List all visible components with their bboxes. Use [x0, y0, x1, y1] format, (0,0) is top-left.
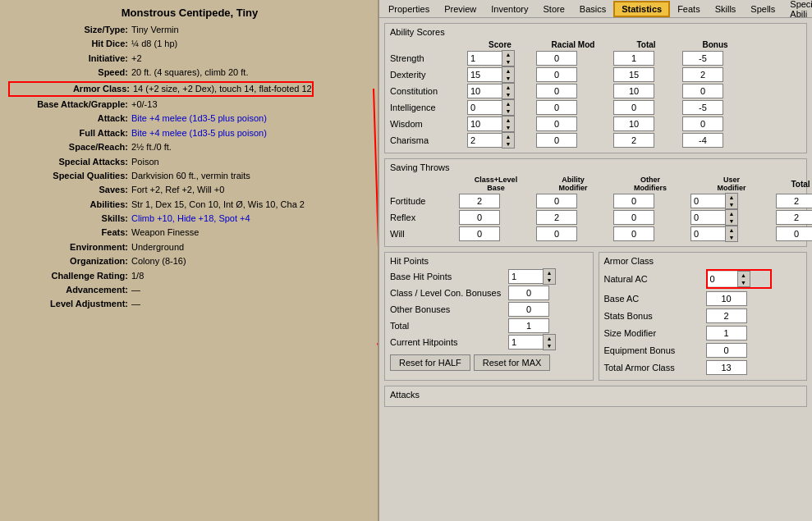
stat-label: Hit Dice:	[8, 38, 131, 50]
ability-score-up[interactable]: ▲	[502, 67, 514, 75]
ability-total-field: 1	[613, 51, 654, 66]
tab-preview[interactable]: Preview	[437, 1, 484, 17]
equipment-bonus-label: Equipment Bonus	[604, 345, 703, 355]
ability-score-down[interactable]: ▼	[502, 140, 514, 148]
natural-ac-input[interactable]	[708, 272, 737, 286]
stat-row: Special Attacks:Poison	[8, 156, 371, 168]
ability-score-up[interactable]: ▲	[502, 51, 514, 58]
reset-half-btn[interactable]: Reset for HALF	[390, 354, 470, 371]
save-user-up[interactable]: ▲	[726, 194, 737, 201]
current-hp-input[interactable]	[508, 335, 543, 350]
save-col-other: OtherModifiers	[613, 176, 687, 192]
ability-score-input[interactable]	[467, 100, 502, 115]
ability-score-down[interactable]: ▼	[502, 75, 514, 82]
ability-score-up[interactable]: ▲	[502, 117, 514, 124]
total-ac-label: Total Armor Class	[604, 363, 703, 372]
ability-score-input[interactable]	[467, 51, 502, 66]
right-content[interactable]: Ability Scores Score Racial Mod Total Bo…	[379, 18, 812, 521]
save-user-up[interactable]: ▲	[726, 210, 737, 217]
stat-value: Underground	[131, 241, 371, 254]
stat-label: Abilities:	[8, 199, 131, 211]
ability-total-field: 10	[613, 117, 654, 131]
save-user-input[interactable]	[690, 194, 725, 208]
tab-spells[interactable]: Spells	[743, 1, 782, 17]
stat-row: Level Adjustment:—	[8, 298, 371, 310]
tab-special-abilities[interactable]: Special Abili	[782, 1, 812, 17]
ability-score-spinner[interactable]: ▲▼	[467, 133, 516, 148]
ability-score-spinner[interactable]: ▲▼	[467, 117, 516, 131]
base-hp-up[interactable]: ▲	[544, 269, 555, 276]
right-panel: Properties Preview Inventory Store Basic…	[379, 0, 812, 521]
save-user-up[interactable]: ▲	[726, 226, 737, 234]
ability-score-input[interactable]	[467, 84, 502, 98]
stat-label: Advancement:	[8, 284, 131, 296]
tab-store[interactable]: Store	[536, 1, 572, 17]
ability-score-input[interactable]	[467, 133, 502, 148]
tab-basics[interactable]: Basics	[572, 1, 613, 17]
ability-score-up[interactable]: ▲	[502, 133, 514, 140]
attacks-section: Attacks	[384, 386, 807, 407]
ability-bonus-field: 0	[682, 117, 723, 131]
ability-score-up[interactable]: ▲	[502, 100, 514, 107]
ability-scores-section: Ability Scores Score Racial Mod Total Bo…	[384, 23, 807, 153]
ability-racial-field: 0	[536, 117, 577, 131]
ability-score-spinner[interactable]: ▲▼	[467, 100, 516, 115]
ability-racial-field: 0	[536, 100, 577, 115]
ability-score-spinner[interactable]: ▲▼	[467, 84, 516, 98]
ability-score-input[interactable]	[467, 117, 502, 131]
current-hp-up[interactable]: ▲	[544, 335, 555, 342]
base-hp-spinner[interactable]: ▲ ▼	[508, 269, 557, 284]
armor-class-title: Armor Class	[604, 256, 802, 266]
save-user-spinner[interactable]: ▲▼	[690, 226, 740, 241]
tab-statistics[interactable]: Statistics	[613, 1, 670, 17]
reset-max-btn[interactable]: Reset for MAX	[474, 354, 551, 371]
natural-ac-down[interactable]: ▼	[738, 279, 750, 286]
save-user-input[interactable]	[690, 210, 725, 225]
stat-label: Special Qualities:	[8, 170, 131, 182]
tab-inventory[interactable]: Inventory	[484, 1, 535, 17]
save-user-down[interactable]: ▼	[726, 201, 737, 208]
stat-row: Size/Type:Tiny Vermin	[8, 24, 371, 36]
tab-properties[interactable]: Properties	[381, 1, 437, 17]
ability-score-input[interactable]	[467, 67, 502, 82]
stat-label: Space/Reach:	[8, 141, 131, 153]
save-user-down[interactable]: ▼	[726, 217, 737, 225]
current-hp-down[interactable]: ▼	[544, 342, 555, 350]
ability-score-spinner[interactable]: ▲▼	[467, 51, 516, 66]
stat-row: Advancement:—	[8, 284, 371, 296]
base-hp-down[interactable]: ▼	[544, 276, 555, 284]
save-ability-field: 2	[536, 210, 577, 225]
stat-value: Darkvision 60 ft., vermin traits	[131, 170, 371, 182]
saving-grid: Class+LevelBase AbilityModifier OtherMod…	[390, 176, 801, 241]
save-user-spinner[interactable]: ▲▼	[690, 210, 740, 225]
save-row-label: Will	[390, 229, 456, 239]
current-hp-spinner[interactable]: ▲ ▼	[508, 335, 557, 350]
saving-throws-title: Saving Throws	[390, 162, 801, 172]
save-ability-field: 0	[536, 194, 577, 208]
ability-score-spinner[interactable]: ▲▼	[467, 67, 516, 82]
stat-row: Armor Class:14 (+2 size, +2 Dex), touch …	[8, 81, 314, 97]
ability-score-down[interactable]: ▼	[502, 107, 514, 115]
current-hp-btns: ▲ ▼	[543, 334, 556, 350]
natural-ac-up[interactable]: ▲	[738, 272, 750, 279]
save-user-input[interactable]	[690, 226, 725, 241]
total-value: 1	[508, 318, 549, 333]
ability-score-down[interactable]: ▼	[502, 124, 514, 131]
save-user-spinner[interactable]: ▲▼	[690, 194, 740, 208]
tab-feats[interactable]: Feats	[670, 1, 708, 17]
ability-score-up[interactable]: ▲	[502, 84, 514, 91]
stat-value: +0/-13	[131, 98, 371, 111]
total-label: Total	[390, 321, 505, 331]
ability-score-down[interactable]: ▼	[502, 58, 514, 66]
base-hp-input[interactable]	[508, 269, 543, 284]
class-level-value: 0	[508, 286, 549, 300]
stat-value: Str 1, Dex 15, Con 10, Int Ø, Wis 10, Ch…	[131, 199, 371, 211]
tab-skills[interactable]: Skills	[708, 1, 744, 17]
ability-score-down[interactable]: ▼	[502, 91, 514, 98]
natural-ac-btns: ▲ ▼	[737, 271, 750, 287]
ability-bonus-field: 0	[682, 84, 723, 98]
save-user-down[interactable]: ▼	[726, 234, 737, 241]
ability-grid: Score Racial Mod Total Bonus Strength▲▼0…	[390, 40, 801, 148]
stat-label: Special Attacks:	[8, 156, 131, 168]
stat-row: Full Attack:Bite +4 melee (1d3-5 plus po…	[8, 127, 371, 139]
